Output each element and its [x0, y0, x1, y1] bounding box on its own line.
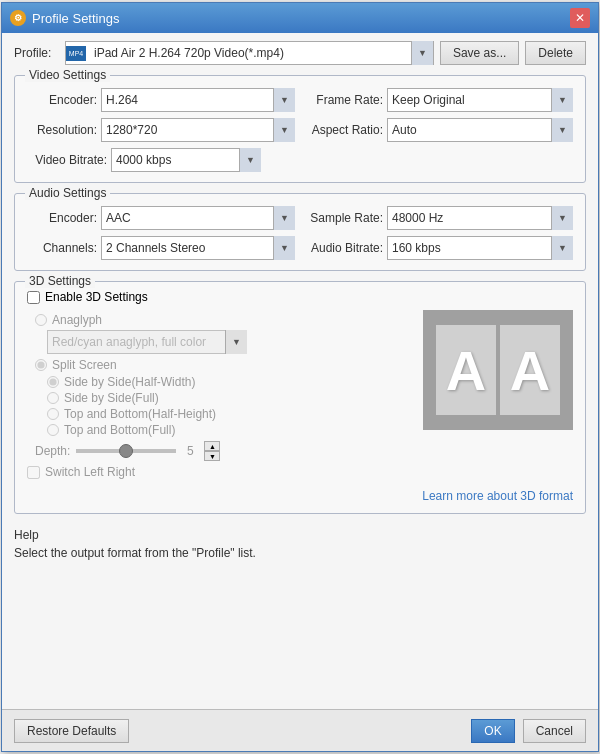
channels-field-row: Channels: 2 Channels Stereo ▼	[27, 236, 295, 260]
top-bottom-full-label[interactable]: Top and Bottom(Full)	[64, 423, 175, 437]
encoder-select[interactable]: H.264	[101, 88, 295, 112]
switch-lr-row: Switch Left Right	[27, 465, 413, 479]
aa-preview: A A	[436, 325, 560, 415]
three-d-layout: Anaglyph Red/cyan anaglyph, full color ▼	[27, 310, 573, 485]
top-bottom-full-radio[interactable]	[47, 424, 59, 436]
learn-more-link[interactable]: Learn more about 3D format	[422, 489, 573, 503]
depth-decrement-button[interactable]: ▼	[204, 451, 220, 461]
audio-settings-label: Audio Settings	[25, 186, 110, 200]
anaglyph-radio[interactable]	[35, 314, 47, 326]
audio-bitrate-field-row: Audio Bitrate: 160 kbps ▼	[305, 236, 573, 260]
anaglyph-label[interactable]: Anaglyph	[52, 313, 102, 327]
resolution-field-row: Resolution: 1280*720 ▼	[27, 118, 295, 142]
audio-settings-grid: Encoder: AAC ▼ Sample Rate: 48000 Hz	[27, 206, 573, 260]
ok-button[interactable]: OK	[471, 719, 514, 743]
delete-button[interactable]: Delete	[525, 41, 586, 65]
app-icon: ⚙	[10, 10, 26, 26]
window-title: Profile Settings	[32, 11, 570, 26]
side-by-side-full-row: Side by Side(Full)	[47, 391, 413, 405]
encoder-label: Encoder:	[27, 93, 97, 107]
enable-3d-checkbox[interactable]	[27, 291, 40, 304]
audio-encoder-select-wrap: AAC ▼	[101, 206, 295, 230]
profile-dropdown-button[interactable]: ▼	[411, 41, 433, 65]
resolution-select-wrap: 1280*720 ▼	[101, 118, 295, 142]
preview-letter-right: A	[500, 325, 560, 415]
side-by-side-half-radio[interactable]	[47, 376, 59, 388]
frame-rate-label: Frame Rate:	[305, 93, 383, 107]
encoder-select-wrap: H.264 ▼	[101, 88, 295, 112]
top-bottom-half-row: Top and Bottom(Half-Height)	[47, 407, 413, 421]
cancel-button[interactable]: Cancel	[523, 719, 586, 743]
profile-icon: MP4	[66, 46, 86, 61]
enable-3d-label[interactable]: Enable 3D Settings	[45, 290, 148, 304]
video-bitrate-label: Video Bitrate:	[27, 153, 107, 167]
resolution-label: Resolution:	[27, 123, 97, 137]
anaglyph-radio-row: Anaglyph	[35, 313, 413, 327]
switch-lr-label[interactable]: Switch Left Right	[45, 465, 135, 479]
audio-encoder-select[interactable]: AAC	[101, 206, 295, 230]
split-screen-label[interactable]: Split Screen	[52, 358, 117, 372]
aspect-ratio-field-row: Aspect Ratio: Auto ▼	[305, 118, 573, 142]
frame-rate-select[interactable]: Keep Original	[387, 88, 573, 112]
three-d-left: Anaglyph Red/cyan anaglyph, full color ▼	[27, 310, 413, 485]
video-settings-label: Video Settings	[25, 68, 110, 82]
anaglyph-select-wrap: Red/cyan anaglyph, full color ▼	[47, 330, 247, 354]
aspect-ratio-select[interactable]: Auto	[387, 118, 573, 142]
side-by-side-full-radio[interactable]	[47, 392, 59, 404]
profile-settings-window: ⚙ Profile Settings ✕ Profile: MP4 iPad A…	[1, 2, 599, 752]
channels-select[interactable]: 2 Channels Stereo	[101, 236, 295, 260]
preview-letter-left: A	[436, 325, 496, 415]
resolution-select[interactable]: 1280*720	[101, 118, 295, 142]
sample-rate-label: Sample Rate:	[305, 211, 383, 225]
top-bottom-half-radio[interactable]	[47, 408, 59, 420]
save-as-button[interactable]: Save as...	[440, 41, 519, 65]
depth-increment-button[interactable]: ▲	[204, 441, 220, 451]
depth-spinner: ▲ ▼	[204, 441, 220, 461]
channels-label: Channels:	[27, 241, 97, 255]
help-text: Select the output format from the "Profi…	[14, 546, 586, 560]
video-settings-grid: Encoder: H.264 ▼ Frame Rate: Keep Origin…	[27, 88, 573, 172]
restore-defaults-button[interactable]: Restore Defaults	[14, 719, 129, 743]
top-bottom-half-label[interactable]: Top and Bottom(Half-Height)	[64, 407, 216, 421]
profile-select[interactable]: MP4 iPad Air 2 H.264 720p Video(*.mp4) ▼	[65, 41, 434, 65]
channels-select-wrap: 2 Channels Stereo ▼	[101, 236, 295, 260]
help-title: Help	[14, 528, 586, 542]
split-screen-radio-row: Split Screen	[35, 358, 413, 372]
frame-rate-field-row: Frame Rate: Keep Original ▼	[305, 88, 573, 112]
footer: Restore Defaults OK Cancel	[2, 709, 598, 751]
video-bitrate-field-row: Video Bitrate: 4000 kbps ▼	[27, 148, 295, 172]
sample-rate-select-wrap: 48000 Hz ▼	[387, 206, 573, 230]
split-screen-radio[interactable]	[35, 359, 47, 371]
audio-bitrate-select-wrap: 160 kbps ▼	[387, 236, 573, 260]
anaglyph-select-row: Red/cyan anaglyph, full color ▼	[47, 330, 413, 354]
top-bottom-full-row: Top and Bottom(Full)	[47, 423, 413, 437]
depth-label: Depth:	[35, 444, 70, 458]
profile-row: Profile: MP4 iPad Air 2 H.264 720p Video…	[14, 41, 586, 65]
video-bitrate-select[interactable]: 4000 kbps	[111, 148, 261, 172]
side-by-side-full-label[interactable]: Side by Side(Full)	[64, 391, 159, 405]
footer-right: OK Cancel	[471, 719, 586, 743]
audio-settings-section: Audio Settings Encoder: AAC ▼ Sample Rat…	[14, 193, 586, 271]
depth-slider[interactable]	[76, 449, 176, 453]
enable-3d-row: Enable 3D Settings	[27, 290, 573, 304]
profile-value: iPad Air 2 H.264 720p Video(*.mp4)	[90, 46, 411, 60]
audio-bitrate-select[interactable]: 160 kbps	[387, 236, 573, 260]
depth-value: 5	[182, 444, 198, 458]
three-d-settings-section: 3D Settings Enable 3D Settings Anaglyph	[14, 281, 586, 514]
content-area: Profile: MP4 iPad Air 2 H.264 720p Video…	[2, 33, 598, 709]
audio-encoder-field-row: Encoder: AAC ▼	[27, 206, 295, 230]
frame-rate-select-wrap: Keep Original ▼	[387, 88, 573, 112]
three-d-preview: A A	[423, 310, 573, 430]
encoder-field-row: Encoder: H.264 ▼	[27, 88, 295, 112]
help-section: Help Select the output format from the "…	[14, 524, 586, 568]
video-settings-section: Video Settings Encoder: H.264 ▼ Frame Ra…	[14, 75, 586, 183]
learn-more-row: Learn more about 3D format	[27, 489, 573, 503]
close-button[interactable]: ✕	[570, 8, 590, 28]
video-bitrate-select-wrap: 4000 kbps ▼	[111, 148, 261, 172]
audio-encoder-label: Encoder:	[27, 211, 97, 225]
anaglyph-select[interactable]: Red/cyan anaglyph, full color	[47, 330, 247, 354]
side-by-side-half-label[interactable]: Side by Side(Half-Width)	[64, 375, 195, 389]
sample-rate-field-row: Sample Rate: 48000 Hz ▼	[305, 206, 573, 230]
sample-rate-select[interactable]: 48000 Hz	[387, 206, 573, 230]
switch-lr-checkbox[interactable]	[27, 466, 40, 479]
